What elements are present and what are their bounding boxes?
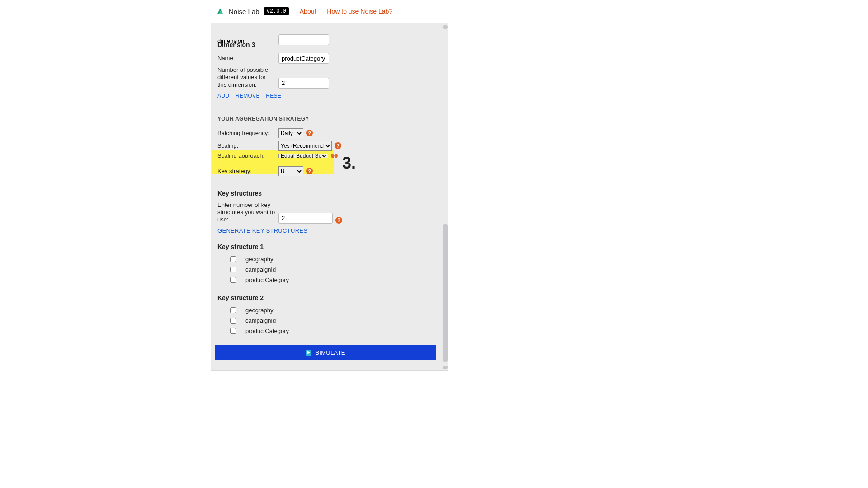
help-icon[interactable]: ? [335, 142, 341, 149]
ks2-label: geography [245, 307, 273, 314]
divider [217, 109, 442, 109]
ks1-item: campaignId [217, 264, 442, 275]
help-icon[interactable]: ? [306, 168, 313, 174]
dim3-name-label: Name: [217, 55, 278, 62]
app-header: Noise Lab v2.0.0 About How to use Noise … [216, 7, 392, 15]
truncated-row-label: dimension: [217, 38, 246, 44]
key-structures-heading: Key structures [217, 190, 442, 197]
generate-key-structures-button[interactable]: GENERATE KEY STRUCTURES [217, 227, 307, 234]
ks1-item: geography [217, 254, 442, 264]
ks1-check-campaignid[interactable] [230, 267, 236, 272]
key-strategy-select[interactable]: B [278, 166, 303, 176]
ks2-check-campaignid[interactable] [230, 318, 236, 324]
key-strategy-row: Key strategy: B ? [217, 166, 442, 176]
ks1-label: geography [245, 256, 273, 263]
ks1-check-productcategory[interactable] [230, 277, 236, 283]
help-icon[interactable]: ? [335, 217, 342, 224]
help-icon[interactable]: ? [331, 154, 338, 158]
ks2-item: productCategory [217, 326, 442, 336]
dim3-count-row: Number of possible different values for … [217, 66, 442, 89]
ks1-label: productCategory [245, 277, 289, 283]
scaling-approach-row: Scaling approach: Equal Budget Split ? [217, 154, 442, 158]
aggregation-section-heading: YOUR AGGREGATION STRATEGY [217, 116, 442, 122]
config-window: dimension: Dimension 3 Name: Number of p… [211, 23, 448, 371]
simulate-label: SIMULATE [315, 349, 345, 356]
noise-lab-icon [216, 7, 224, 15]
ks1-check-geography[interactable] [230, 256, 236, 262]
ks-count-input[interactable] [278, 213, 333, 224]
dimension-actions: ADD REMOVE RESET [217, 92, 442, 99]
scaling-label: Scaling: [217, 142, 278, 150]
scaling-select[interactable]: Yes (Recommended) [278, 141, 332, 151]
ks2-title: Key structure 2 [217, 294, 442, 301]
scrollbar-top-arrow[interactable] [443, 25, 448, 29]
dim3-name-input[interactable] [278, 53, 329, 64]
ks2-item: campaignId [217, 315, 442, 326]
generate-ks-row: GENERATE KEY STRUCTURES [217, 227, 442, 234]
scrollbar-bottom-arrow[interactable] [443, 366, 448, 369]
ks2-check-geography[interactable] [230, 307, 236, 313]
version-badge: v2.0.0 [264, 7, 289, 15]
scaling-approach-label: Scaling approach: [217, 154, 278, 158]
ks1-title: Key structure 1 [217, 243, 442, 250]
scrollbar-thumb[interactable] [443, 224, 448, 362]
ks2-label: campaignId [245, 317, 276, 324]
ks1-item: productCategory [217, 275, 442, 285]
scaling-approach-select[interactable]: Equal Budget Split [278, 154, 328, 158]
help-icon[interactable]: ? [306, 130, 313, 136]
batching-select[interactable]: Daily [278, 128, 303, 138]
dim3-count-label: Number of possible different values for … [217, 66, 278, 89]
ks-count-row: Enter number of key structures you want … [217, 202, 442, 224]
ks1-label: campaignId [245, 266, 276, 273]
nav-about[interactable]: About [300, 8, 316, 15]
batching-row: Batching frequency: Daily ? [217, 128, 442, 138]
truncated-row-input[interactable] [278, 34, 329, 45]
nav-howto[interactable]: How to use Noise Lab? [327, 8, 392, 15]
dimension-3-heading: Dimension 3 [217, 41, 442, 48]
ks-count-label: Enter number of key structures you want … [217, 202, 278, 224]
reset-button[interactable]: RESET [266, 93, 285, 99]
ks2-label: productCategory [245, 328, 289, 334]
app-title: Noise Lab [229, 8, 259, 15]
batching-label: Batching frequency: [217, 130, 278, 137]
dim3-count-input[interactable] [278, 78, 329, 89]
play-icon [306, 350, 311, 356]
dim3-name-row: Name: [217, 53, 442, 64]
scrollbar-track[interactable] [443, 23, 448, 370]
config-panel: dimension: Dimension 3 Name: Number of p… [211, 41, 448, 336]
scaling-row: Scaling: Yes (Recommended) ? [217, 141, 442, 151]
simulate-button[interactable]: SIMULATE [215, 345, 436, 360]
key-strategy-label: Key strategy: [217, 168, 278, 175]
ks2-check-productcategory[interactable] [230, 328, 236, 334]
ks2-item: geography [217, 305, 442, 315]
add-button[interactable]: ADD [217, 93, 229, 99]
remove-button[interactable]: REMOVE [236, 93, 260, 99]
